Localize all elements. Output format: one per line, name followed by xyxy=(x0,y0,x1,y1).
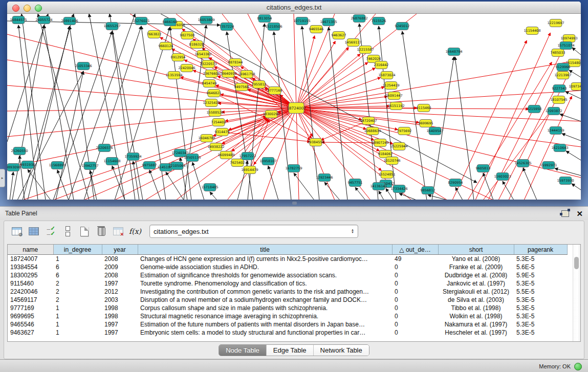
column-header-year[interactable]: year xyxy=(102,245,138,255)
graph-node-label: 15751074 xyxy=(557,43,574,48)
column-header-out-degree[interactable]: △ out_de… xyxy=(392,245,438,255)
graph-node-label: 16091447 xyxy=(385,94,402,98)
table-cell: 2012 xyxy=(102,288,138,296)
column-header-name[interactable]: name xyxy=(8,245,53,255)
table-cell: 1997 xyxy=(102,279,138,288)
graph-node-label: 14569117 xyxy=(344,40,361,45)
window-title: citations_edges.txt xyxy=(7,4,581,11)
graph-node-label: 9129966 xyxy=(556,65,571,69)
table-cell: 19384554 xyxy=(8,263,53,271)
table-cell: 1998 xyxy=(102,304,138,312)
citation-edge xyxy=(23,14,74,200)
columns-icon xyxy=(29,227,39,235)
citation-edge xyxy=(399,193,417,200)
graph-node-label: 10973493 xyxy=(569,84,581,89)
table-cell: 9777169 xyxy=(8,304,53,312)
tab-network-table[interactable]: Network Table xyxy=(314,345,369,356)
table-mode-button[interactable]: ⚙ xyxy=(10,225,24,237)
citation-edge xyxy=(112,31,135,200)
graph-node-label: 9699695 xyxy=(419,121,433,125)
column-header-short[interactable]: short xyxy=(438,245,514,255)
table-row[interactable]: 969969511998Structural magnetic resonanc… xyxy=(8,312,567,320)
node-table: name in_degree year title △ out_de… shor… xyxy=(7,244,581,342)
graph-node-label: 9856812 xyxy=(421,188,435,192)
collapse-panel-handle[interactable]: ▸ xyxy=(0,169,5,187)
delete-column-button[interactable] xyxy=(95,225,108,237)
graph-node-label: 10120746 xyxy=(383,159,400,163)
float-panel-icon[interactable] xyxy=(561,210,569,217)
delete-table-button-disabled: ✕ xyxy=(112,225,125,237)
citation-edge xyxy=(455,187,463,200)
tab-node-table[interactable]: Node Table xyxy=(219,345,267,356)
status-bar: Memory: OK xyxy=(0,359,588,372)
graph-node-label: 17240343 xyxy=(171,151,188,155)
graph-node-label: 10655257 xyxy=(103,24,120,28)
graph-node-label: 2316442 xyxy=(374,63,389,67)
graph-node-label: 10958107 xyxy=(259,159,276,163)
memory-status-indicator[interactable] xyxy=(574,363,582,370)
close-panel-icon[interactable]: ✕ xyxy=(576,210,583,217)
tab-edge-table[interactable]: Edge Table xyxy=(267,345,314,356)
table-row[interactable]: 946362711997Embryonic stem cells: a mode… xyxy=(8,329,567,337)
citation-edge xyxy=(329,27,347,200)
window-titlebar[interactable]: citations_edges.txt xyxy=(7,2,581,14)
graph-node-label: 16543362 xyxy=(194,52,211,56)
table-cell: 2 xyxy=(53,288,102,296)
citation-edge xyxy=(324,182,340,200)
row-options-button[interactable] xyxy=(61,225,74,237)
table-row[interactable]: 1456911722003Disruption of a novel membe… xyxy=(8,296,567,304)
table-row[interactable]: 946554611997Estimation of the future num… xyxy=(8,320,567,329)
table-row[interactable]: 1938455462009Genome-wide association stu… xyxy=(8,263,567,271)
function-builder-button[interactable]: f(x) xyxy=(128,225,142,237)
scrollbar-thumb[interactable] xyxy=(574,257,579,269)
graph-node-label: 7625402 xyxy=(230,161,245,165)
table-row[interactable]: 2242004622012Investigating the contribut… xyxy=(8,288,567,296)
graph-node-label: 9777169 xyxy=(268,89,282,93)
citation-edge xyxy=(294,173,314,200)
citation-out-edge xyxy=(296,108,398,129)
table-selector-dropdown[interactable]: citations_edges.txt ▲▼ xyxy=(149,225,358,238)
graph-node-label: 19384554 xyxy=(307,140,324,144)
graph-node-label: 13505135 xyxy=(184,156,201,160)
table-row[interactable]: 1830029562008Estimation of significance … xyxy=(8,271,567,279)
table-cell: 5.3E-5 xyxy=(514,296,567,304)
graph-node-label: 7462026 xyxy=(366,57,381,61)
table-cell: 6 xyxy=(53,263,102,271)
select-all-columns-button[interactable]: ✓✓ xyxy=(44,225,57,237)
citation-edge xyxy=(28,169,51,200)
graph-node-label: 15276021 xyxy=(133,19,149,23)
column-header-in-degree[interactable]: in_degree xyxy=(53,245,102,255)
application-desktop: citations_edges.txt 13226058982750881863… xyxy=(0,0,588,206)
graph-node-label: 13942757 xyxy=(81,164,98,168)
network-graph[interactable]: 1322605898275088186328165433621322057323… xyxy=(7,14,581,200)
graph-node-label: 14671355 xyxy=(320,20,337,24)
graph-node-label: 12325419 xyxy=(203,101,220,105)
graph-node-label: 11353594 xyxy=(165,73,182,77)
graph-node-label: 8813054 xyxy=(257,16,272,20)
citation-edge xyxy=(227,32,253,200)
splitter-grip[interactable] xyxy=(292,202,297,205)
graph-node-label: 9184067 xyxy=(378,152,393,156)
graph-node-label: 7955812 xyxy=(252,82,267,86)
graph-node-label: 9497568 xyxy=(234,85,249,89)
graph-node-label: 9893098 xyxy=(7,165,20,169)
column-header-pagerank[interactable]: pagerank xyxy=(514,245,567,255)
table-row[interactable]: 1872400712008Changes of HCN gene express… xyxy=(8,255,567,264)
table-cell: de Silva et al. (2003) xyxy=(438,296,514,304)
table-cell: 0 xyxy=(392,304,438,312)
citation-edge xyxy=(133,161,139,200)
table-cell: 18300295 xyxy=(8,271,53,279)
table-row[interactable]: 911546021997Tourette syndrome. Phenomeno… xyxy=(8,279,567,288)
create-column-button[interactable] xyxy=(78,225,91,237)
table-cell: Investigating the contribution of common… xyxy=(138,288,392,296)
table-vertical-scrollbar[interactable] xyxy=(573,245,580,341)
graph-node-label: 18640910 xyxy=(220,72,236,76)
show-columns-button[interactable] xyxy=(27,225,40,237)
table-row[interactable]: 977716911998Corpus callosum shape and si… xyxy=(8,304,567,312)
citation-edge xyxy=(572,184,581,190)
network-canvas[interactable]: 1322605898275088186328165433621322057323… xyxy=(7,14,581,200)
table-cell: 1 xyxy=(53,329,102,337)
table-cell: Disruption of a novel member of a sodium… xyxy=(138,296,392,304)
column-header-title[interactable]: title xyxy=(138,245,392,255)
table-cell: 6 xyxy=(53,271,102,279)
